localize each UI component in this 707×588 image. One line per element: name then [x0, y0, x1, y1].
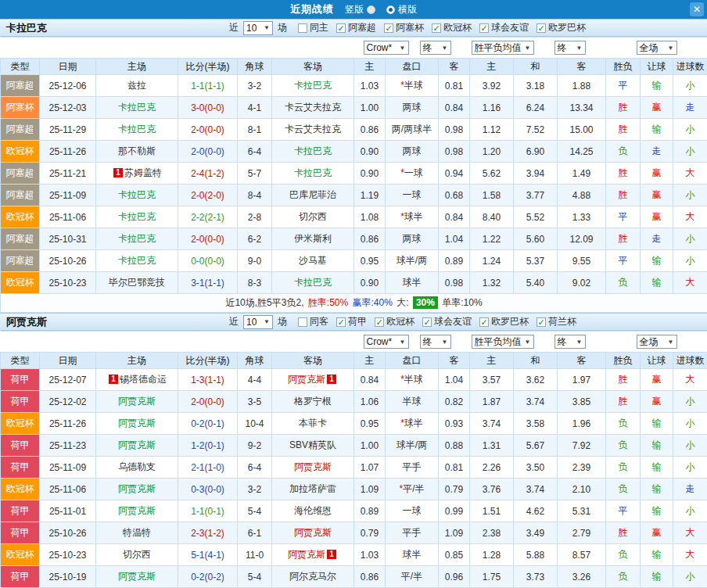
- date-cell: 25-11-09: [40, 185, 96, 206]
- scope-select[interactable]: 全场▼: [637, 41, 677, 55]
- column-header: 和: [514, 353, 558, 369]
- result-cell: 胜: [606, 391, 641, 413]
- checkbox-item[interactable]: ✓阿塞超: [336, 21, 376, 34]
- radio-icon: [367, 5, 375, 14]
- goals-cell: 大: [673, 206, 707, 228]
- section-controls: 近 10 ▼ 场 同客✓荷甲✓欧冠杯✓球会友谊✓欧罗巴杯✓荷兰杯: [229, 315, 576, 329]
- team-label: 海伦维恩: [294, 505, 332, 516]
- mean-away-cell: 8.57: [558, 544, 606, 566]
- odds-away-cell: 1.09: [439, 522, 470, 544]
- date-cell: 25-11-01: [40, 500, 96, 522]
- radio-vertical-layout[interactable]: 竖版: [345, 3, 375, 16]
- mean-away-cell: 9.02: [558, 272, 606, 294]
- radio-horizontal-layout[interactable]: 横版: [386, 3, 417, 16]
- checkbox-item[interactable]: ✓欧罗巴杯: [479, 315, 529, 328]
- date-cell: 25-11-09: [40, 457, 96, 479]
- checkbox-item[interactable]: ✓荷兰杯: [537, 315, 576, 328]
- league-cell: 荷甲: [1, 566, 40, 588]
- checkbox-icon: ✓: [422, 317, 432, 327]
- mean-draw-cell: 6.90: [514, 141, 558, 163]
- home-team-cell: 那不勒斯: [96, 141, 178, 163]
- team-label: 阿贾克斯: [288, 549, 325, 560]
- column-header: 客场: [272, 59, 354, 75]
- mean-away-cell: 2.10: [558, 479, 606, 500]
- summary-part: 大:: [394, 297, 411, 308]
- checkbox-item[interactable]: ✓球会友谊: [479, 21, 529, 34]
- odds-away-cell: 0.96: [439, 566, 470, 588]
- date-cell: 25-11-21: [40, 163, 96, 185]
- checkbox-item[interactable]: ✓欧冠杯: [432, 21, 472, 34]
- bookmaker-select[interactable]: Crow*▼: [364, 335, 409, 349]
- away-team-cell: 卡云艾夫拉克: [272, 119, 354, 141]
- mean-stage-select[interactable]: 终▼: [554, 335, 586, 349]
- match-count-select[interactable]: 10 ▼: [243, 21, 273, 35]
- record-summary: 近10场,胜5平3负2, 胜率:50% 赢率:40% 大: 30% 单率:10%: [1, 294, 707, 313]
- summary-row: 近10场,胜5平3负2, 胜率:50% 赢率:40% 大: 30% 单率:10%: [1, 294, 707, 313]
- filter-row: Crow*▼ 终▼ 胜平负均值▼ 终▼ 全场▼: [1, 332, 707, 353]
- mean-draw-cell: 3.50: [514, 457, 558, 479]
- team-label: 切尔西: [299, 211, 327, 222]
- checkbox-item[interactable]: 同主: [298, 21, 328, 34]
- match-row: 荷甲25-11-01阿贾克斯1-1(0-1)5-4海伦维恩0.89一球0.991…: [1, 500, 707, 522]
- corner-cell: 5-4: [238, 566, 272, 588]
- close-icon[interactable]: ✕: [690, 2, 704, 16]
- date-cell: 25-12-06: [40, 75, 96, 97]
- date-cell: 25-10-26: [40, 522, 96, 544]
- handicap-result-cell: 赢: [641, 369, 673, 391]
- date-cell: 25-11-29: [40, 119, 96, 141]
- odds-home-cell: 1.07: [354, 457, 386, 479]
- checkbox-label: 同主: [310, 21, 328, 34]
- checkbox-icon: [298, 317, 307, 327]
- checkbox-item[interactable]: ✓荷甲: [336, 315, 367, 328]
- home-team-cell: 卡拉巴克: [96, 206, 178, 228]
- checkbox-item[interactable]: ✓阿塞杯: [384, 21, 424, 34]
- star-icon: *: [400, 418, 404, 428]
- match-count-select[interactable]: 10 ▼: [243, 315, 273, 329]
- goals-cell: 大: [673, 163, 707, 185]
- mean-type-select[interactable]: 胜平负均值▼: [472, 335, 534, 349]
- scope-select[interactable]: 全场▼: [637, 335, 677, 349]
- date-cell: 25-10-26: [40, 250, 96, 272]
- radio-selected-icon: [386, 5, 395, 14]
- result-cell: 胜: [606, 185, 641, 206]
- mean-type-select[interactable]: 胜平负均值▼: [472, 41, 534, 55]
- odds-away-cell: 0.98: [439, 119, 470, 141]
- checkbox-item[interactable]: 同客: [298, 315, 328, 328]
- bookmaker-select[interactable]: Crow*▼: [364, 41, 409, 55]
- chevron-down-icon: ▼: [668, 45, 674, 52]
- mean-draw-cell: 3.77: [514, 185, 558, 206]
- handicap-result-cell: 输: [641, 566, 673, 588]
- star-icon: *: [399, 483, 403, 494]
- match-row: 荷甲25-10-19阿贾克斯0-2(0-2)5-4阿尔克马尔0.86平/半0.9…: [1, 566, 707, 588]
- league-cell: 阿塞超: [1, 250, 40, 272]
- date-cell: 25-11-26: [40, 141, 96, 163]
- filter-row: Crow*▼ 终▼ 胜平负均值▼ 终▼ 全场▼: [1, 38, 707, 59]
- goals-cell: 小: [673, 250, 707, 272]
- team-label: 卡拉巴克: [294, 167, 332, 178]
- odds-stage-select[interactable]: 终▼: [420, 335, 451, 349]
- league-cell: 欧冠杯: [1, 479, 40, 500]
- result-cell: 平: [606, 250, 641, 272]
- team-label: 本菲卡: [299, 418, 327, 428]
- match-row: 欧冠杯25-10-23毕尔巴鄂竞技3-1(1-1)8-3卡拉巴克0.90球半0.…: [1, 272, 707, 294]
- near-label: 近: [229, 315, 239, 328]
- checkbox-item[interactable]: ✓欧冠杯: [375, 315, 415, 328]
- odds-stage-select[interactable]: 终▼: [420, 41, 451, 55]
- checkbox-icon: [298, 23, 307, 33]
- summary-part: 近10场,胜5平3负2,: [225, 297, 306, 308]
- mean-draw-cell: 3.62: [514, 369, 558, 391]
- date-cell: 25-11-06: [40, 479, 96, 500]
- column-header: 让球: [641, 353, 673, 369]
- checkbox-item[interactable]: ✓球会友谊: [422, 315, 472, 328]
- column-header: 胜负: [606, 59, 641, 75]
- mean-away-cell: 1.88: [558, 75, 606, 97]
- match-count-value: 10: [246, 23, 257, 34]
- mean-stage-select[interactable]: 终▼: [554, 41, 586, 55]
- score-cell: 3-0(0-0): [178, 97, 238, 119]
- handicap-cell: 一球: [386, 500, 439, 522]
- team-label: 毕尔巴鄂竞技: [109, 277, 165, 288]
- goals-cell: 走: [673, 479, 707, 500]
- team-label: 卡拉巴克: [118, 211, 156, 222]
- titlebar: 近期战绩 竖版 横版 ✕: [0, 0, 707, 19]
- checkbox-item[interactable]: ✓欧罗巴杯: [537, 21, 586, 34]
